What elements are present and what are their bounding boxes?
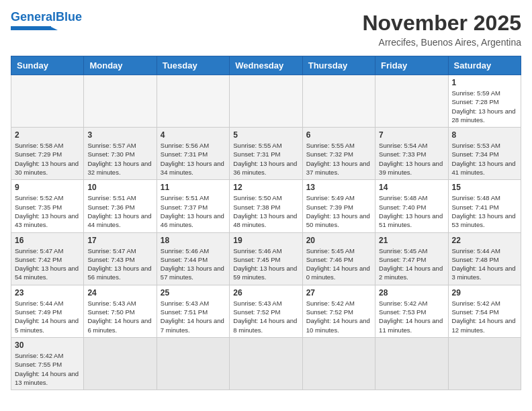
day-info: Sunrise: 5:52 AM Sunset: 7:35 PM Dayligh… — [15, 193, 80, 229]
day-number: 5 — [233, 130, 298, 140]
calendar-body: 1Sunrise: 5:59 AM Sunset: 7:28 PM Daylig… — [11, 75, 521, 390]
calendar-day-cell: 23Sunrise: 5:44 AM Sunset: 7:49 PM Dayli… — [11, 285, 84, 337]
calendar-header: SundayMondayTuesdayWednesdayThursdayFrid… — [11, 56, 521, 75]
calendar-day-cell: 24Sunrise: 5:43 AM Sunset: 7:50 PM Dayli… — [84, 285, 157, 337]
day-number: 13 — [306, 183, 371, 192]
day-number: 28 — [379, 288, 444, 298]
day-number: 22 — [452, 236, 517, 245]
weekday-header: Sunday — [11, 56, 84, 75]
day-number: 16 — [15, 236, 80, 245]
day-number: 24 — [87, 288, 152, 298]
weekday-header: Tuesday — [157, 56, 229, 75]
calendar-day-cell — [375, 337, 448, 390]
day-info: Sunrise: 5:48 AM Sunset: 7:41 PM Dayligh… — [452, 193, 517, 229]
calendar-day-cell: 26Sunrise: 5:43 AM Sunset: 7:52 PM Dayli… — [230, 285, 302, 337]
calendar-day-cell — [157, 337, 229, 390]
day-info: Sunrise: 5:57 AM Sunset: 7:30 PM Dayligh… — [87, 141, 152, 177]
calendar-day-cell: 18Sunrise: 5:46 AM Sunset: 7:44 PM Dayli… — [157, 232, 229, 285]
calendar-day-cell: 5Sunrise: 5:55 AM Sunset: 7:31 PM Daylig… — [230, 128, 302, 180]
calendar-week-row: 1Sunrise: 5:59 AM Sunset: 7:28 PM Daylig… — [11, 75, 521, 128]
day-info: Sunrise: 5:46 AM Sunset: 7:45 PM Dayligh… — [233, 246, 298, 282]
calendar-week-row: 23Sunrise: 5:44 AM Sunset: 7:49 PM Dayli… — [11, 285, 521, 337]
day-number: 7 — [379, 130, 444, 140]
logo-blue: Blue — [56, 10, 82, 24]
day-info: Sunrise: 5:48 AM Sunset: 7:40 PM Dayligh… — [379, 193, 444, 229]
calendar-day-cell: 21Sunrise: 5:45 AM Sunset: 7:47 PM Dayli… — [375, 232, 448, 285]
calendar-day-cell: 2Sunrise: 5:58 AM Sunset: 7:29 PM Daylig… — [11, 128, 84, 180]
calendar-day-cell — [84, 337, 157, 390]
weekday-header: Friday — [375, 56, 448, 75]
calendar-day-cell — [11, 75, 84, 128]
calendar-day-cell: 15Sunrise: 5:48 AM Sunset: 7:41 PM Dayli… — [448, 180, 521, 232]
header: GeneralBlue November 2025 Arrecifes, Bue… — [11, 11, 521, 48]
day-info: Sunrise: 5:44 AM Sunset: 7:48 PM Dayligh… — [452, 246, 517, 282]
day-info: Sunrise: 5:42 AM Sunset: 7:55 PM Dayligh… — [15, 351, 80, 387]
calendar-day-cell: 20Sunrise: 5:45 AM Sunset: 7:46 PM Dayli… — [302, 232, 375, 285]
day-info: Sunrise: 5:47 AM Sunset: 7:42 PM Dayligh… — [15, 246, 80, 282]
day-info: Sunrise: 5:51 AM Sunset: 7:37 PM Dayligh… — [161, 193, 226, 229]
day-number: 23 — [15, 288, 80, 298]
weekday-row: SundayMondayTuesdayWednesdayThursdayFrid… — [11, 56, 521, 75]
day-info: Sunrise: 5:50 AM Sunset: 7:38 PM Dayligh… — [233, 193, 298, 229]
day-info: Sunrise: 5:47 AM Sunset: 7:43 PM Dayligh… — [87, 246, 152, 282]
day-number: 27 — [306, 288, 371, 298]
calendar-day-cell: 13Sunrise: 5:49 AM Sunset: 7:39 PM Dayli… — [302, 180, 375, 232]
day-number: 11 — [161, 183, 226, 192]
day-number: 19 — [233, 236, 298, 245]
day-info: Sunrise: 5:58 AM Sunset: 7:29 PM Dayligh… — [15, 141, 80, 177]
day-number: 1 — [452, 78, 517, 87]
day-number: 6 — [306, 130, 371, 140]
day-number: 4 — [161, 130, 226, 140]
day-info: Sunrise: 5:45 AM Sunset: 7:47 PM Dayligh… — [379, 246, 444, 282]
logo-bar — [11, 26, 51, 30]
calendar: SundayMondayTuesdayWednesdayThursdayFrid… — [11, 56, 521, 390]
day-info: Sunrise: 5:53 AM Sunset: 7:34 PM Dayligh… — [452, 141, 517, 177]
day-number: 26 — [233, 288, 298, 298]
calendar-day-cell: 22Sunrise: 5:44 AM Sunset: 7:48 PM Dayli… — [448, 232, 521, 285]
calendar-day-cell — [230, 337, 302, 390]
day-info: Sunrise: 5:42 AM Sunset: 7:52 PM Dayligh… — [306, 299, 371, 334]
day-number: 14 — [379, 183, 444, 192]
calendar-day-cell — [448, 337, 521, 390]
day-number: 9 — [15, 183, 80, 192]
day-info: Sunrise: 5:45 AM Sunset: 7:46 PM Dayligh… — [306, 246, 371, 282]
day-number: 2 — [15, 130, 80, 140]
calendar-day-cell: 3Sunrise: 5:57 AM Sunset: 7:30 PM Daylig… — [84, 128, 157, 180]
weekday-header: Wednesday — [230, 56, 302, 75]
calendar-day-cell: 29Sunrise: 5:42 AM Sunset: 7:54 PM Dayli… — [448, 285, 521, 337]
logo-general: General — [11, 10, 56, 24]
day-info: Sunrise: 5:56 AM Sunset: 7:31 PM Dayligh… — [161, 141, 226, 177]
calendar-day-cell: 16Sunrise: 5:47 AM Sunset: 7:42 PM Dayli… — [11, 232, 84, 285]
day-number: 21 — [379, 236, 444, 245]
logo-triangle-icon — [50, 26, 58, 30]
day-number: 30 — [15, 340, 80, 350]
month-title: November 2025 — [362, 11, 521, 36]
calendar-day-cell: 27Sunrise: 5:42 AM Sunset: 7:52 PM Dayli… — [302, 285, 375, 337]
calendar-day-cell: 7Sunrise: 5:54 AM Sunset: 7:33 PM Daylig… — [375, 128, 448, 180]
day-info: Sunrise: 5:42 AM Sunset: 7:53 PM Dayligh… — [379, 299, 444, 334]
day-info: Sunrise: 5:43 AM Sunset: 7:51 PM Dayligh… — [161, 299, 226, 334]
calendar-day-cell: 25Sunrise: 5:43 AM Sunset: 7:51 PM Dayli… — [157, 285, 229, 337]
calendar-day-cell: 19Sunrise: 5:46 AM Sunset: 7:45 PM Dayli… — [230, 232, 302, 285]
day-number: 3 — [87, 130, 152, 140]
calendar-week-row: 2Sunrise: 5:58 AM Sunset: 7:29 PM Daylig… — [11, 128, 521, 180]
calendar-day-cell — [157, 75, 229, 128]
day-info: Sunrise: 5:43 AM Sunset: 7:52 PM Dayligh… — [233, 299, 298, 334]
day-info: Sunrise: 5:55 AM Sunset: 7:31 PM Dayligh… — [233, 141, 298, 177]
calendar-day-cell: 28Sunrise: 5:42 AM Sunset: 7:53 PM Dayli… — [375, 285, 448, 337]
logo-text: GeneralBlue — [11, 11, 82, 24]
calendar-day-cell: 11Sunrise: 5:51 AM Sunset: 7:37 PM Dayli… — [157, 180, 229, 232]
weekday-header: Thursday — [302, 56, 375, 75]
logo: GeneralBlue — [11, 11, 82, 30]
calendar-day-cell: 1Sunrise: 5:59 AM Sunset: 7:28 PM Daylig… — [448, 75, 521, 128]
calendar-day-cell: 30Sunrise: 5:42 AM Sunset: 7:55 PM Dayli… — [11, 337, 84, 390]
day-info: Sunrise: 5:44 AM Sunset: 7:49 PM Dayligh… — [15, 299, 80, 334]
day-info: Sunrise: 5:51 AM Sunset: 7:36 PM Dayligh… — [87, 193, 152, 229]
calendar-day-cell — [302, 75, 375, 128]
day-info: Sunrise: 5:42 AM Sunset: 7:54 PM Dayligh… — [452, 299, 517, 334]
day-number: 10 — [87, 183, 152, 192]
calendar-day-cell: 9Sunrise: 5:52 AM Sunset: 7:35 PM Daylig… — [11, 180, 84, 232]
calendar-day-cell: 6Sunrise: 5:55 AM Sunset: 7:32 PM Daylig… — [302, 128, 375, 180]
day-number: 25 — [161, 288, 226, 298]
weekday-header: Monday — [84, 56, 157, 75]
